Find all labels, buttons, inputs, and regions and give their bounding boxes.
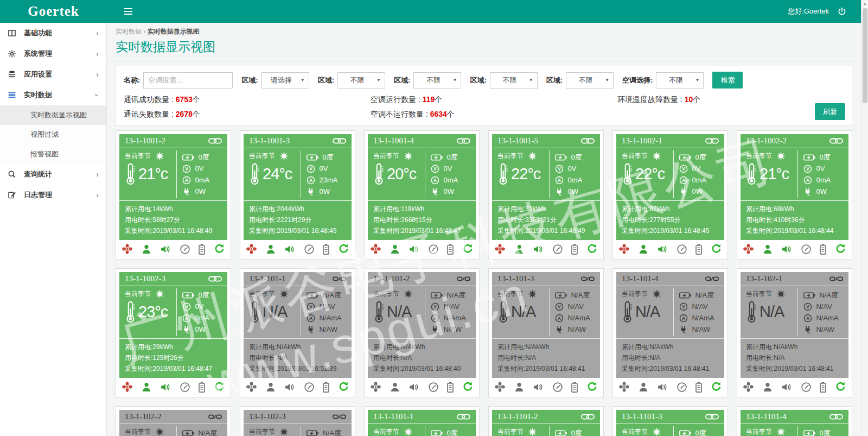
device-card[interactable]: 13-1-1101-1 当前季节 xyxy=(364,406,480,436)
link-broken-icon[interactable] xyxy=(333,413,346,420)
sidebar-item-system-management[interactable]: 系统管理 › xyxy=(0,43,106,64)
gauge-icon[interactable] xyxy=(676,244,687,255)
sidebar-item-log-management[interactable]: 日志管理 › xyxy=(0,185,106,205)
region-select-2[interactable]: 不限▼ xyxy=(337,72,385,89)
fan-icon[interactable] xyxy=(370,381,381,393)
refresh-icon[interactable] xyxy=(214,243,225,255)
link-broken-icon[interactable] xyxy=(829,275,843,282)
link-connected-icon[interactable] xyxy=(581,413,595,420)
person-icon[interactable] xyxy=(638,382,649,393)
person-icon[interactable] xyxy=(514,244,525,255)
sidebar-item-realtime-data[interactable]: 实时数据 › xyxy=(0,85,106,105)
device-card[interactable]: 13-1-1001-3 当前季节 xyxy=(240,130,355,260)
gauge-icon[interactable] xyxy=(552,382,563,393)
speaker-icon[interactable] xyxy=(656,382,668,393)
fan-icon[interactable] xyxy=(370,243,381,255)
person-icon[interactable] xyxy=(390,244,400,255)
refresh-icon[interactable] xyxy=(462,243,474,255)
submenu-item-alarm-view[interactable]: 报警视图 xyxy=(0,144,106,164)
link-connected-icon[interactable] xyxy=(581,137,595,144)
gauge-icon[interactable] xyxy=(304,244,315,255)
aircon-search-input[interactable] xyxy=(143,72,233,89)
link-connected-icon[interactable] xyxy=(333,137,346,144)
battery-icon[interactable] xyxy=(571,244,578,255)
link-connected-icon[interactable] xyxy=(829,137,843,144)
breadcrumb-parent[interactable]: 实时数据 xyxy=(116,28,142,35)
battery-icon[interactable] xyxy=(198,244,206,255)
gauge-icon[interactable] xyxy=(428,244,439,255)
region-select-1[interactable]: 请选择▼ xyxy=(261,72,309,89)
person-icon[interactable] xyxy=(141,244,152,255)
gauge-icon[interactable] xyxy=(428,382,439,393)
person-icon[interactable] xyxy=(265,382,276,393)
person-icon[interactable] xyxy=(762,244,773,255)
gauge-icon[interactable] xyxy=(180,244,190,255)
submenu-item-view-filter[interactable]: 视图过滤 xyxy=(0,125,106,144)
speaker-icon[interactable] xyxy=(532,382,544,393)
device-card[interactable]: 13-1-101-1 当前季节 xyxy=(240,268,355,397)
submenu-item-realtime-view[interactable]: 实时数据显示视图 xyxy=(0,105,106,125)
device-card[interactable]: 13-1-102-2 当前季节 xyxy=(116,406,231,436)
link-connected-icon[interactable] xyxy=(705,137,719,144)
gauge-icon[interactable] xyxy=(180,382,190,393)
device-card[interactable]: 13-1-101-3 当前季节 xyxy=(488,268,604,397)
speaker-icon[interactable] xyxy=(532,244,544,255)
person-icon[interactable] xyxy=(762,382,773,393)
refresh-icon[interactable] xyxy=(586,243,598,255)
link-broken-icon[interactable] xyxy=(208,413,222,420)
refresh-icon[interactable] xyxy=(711,381,722,393)
refresh-button[interactable]: 刷新 xyxy=(815,103,845,120)
device-card[interactable]: 13-1-1001-5 当前季节 xyxy=(488,130,604,260)
speaker-icon[interactable] xyxy=(284,244,296,255)
battery-icon[interactable] xyxy=(446,382,454,393)
battery-icon[interactable] xyxy=(322,382,330,393)
gauge-icon[interactable] xyxy=(304,382,315,393)
battery-icon[interactable] xyxy=(446,244,454,255)
speaker-icon[interactable] xyxy=(656,244,668,255)
refresh-icon[interactable] xyxy=(338,243,349,255)
link-connected-icon[interactable] xyxy=(457,137,470,144)
link-broken-icon[interactable] xyxy=(581,275,595,282)
fan-icon[interactable] xyxy=(743,381,754,393)
battery-icon[interactable] xyxy=(695,244,703,255)
link-connected-icon[interactable] xyxy=(457,413,470,420)
person-icon[interactable] xyxy=(141,382,152,393)
device-card[interactable]: 13-1-101-2 当前季节 xyxy=(364,268,480,397)
fan-icon[interactable] xyxy=(743,243,754,255)
hamburger-menu-icon[interactable] xyxy=(124,7,132,16)
fan-icon[interactable] xyxy=(618,381,630,393)
device-card[interactable]: 13-1-102-3 当前季节 xyxy=(240,406,355,436)
sidebar-item-basic-functions[interactable]: 基础功能 › xyxy=(0,23,106,43)
speaker-icon[interactable] xyxy=(159,382,171,393)
scroll-up-arrow[interactable]: ▲ xyxy=(861,0,868,8)
person-icon[interactable] xyxy=(265,244,276,255)
refresh-icon[interactable] xyxy=(338,381,349,393)
battery-icon[interactable] xyxy=(198,382,206,393)
region-select-4[interactable]: 不限▼ xyxy=(490,72,538,89)
link-broken-icon[interactable] xyxy=(333,275,346,282)
device-card[interactable]: 13-1-1002-1 当前季节 xyxy=(612,130,728,260)
battery-icon[interactable] xyxy=(322,244,330,255)
refresh-icon[interactable] xyxy=(711,243,722,255)
device-card[interactable]: 13-1-1101-2 当前季节 xyxy=(488,406,604,436)
person-icon[interactable] xyxy=(514,382,525,393)
sidebar-item-query-statistics[interactable]: 查询统计 › xyxy=(0,164,106,185)
refresh-icon[interactable] xyxy=(835,243,846,255)
battery-icon[interactable] xyxy=(819,382,827,393)
speaker-icon[interactable] xyxy=(781,382,793,393)
speaker-icon[interactable] xyxy=(408,382,420,393)
speaker-icon[interactable] xyxy=(284,382,296,393)
link-broken-icon[interactable] xyxy=(705,275,719,282)
device-card[interactable]: 13-1-1001-4 当前季节 xyxy=(364,130,480,260)
fan-icon[interactable] xyxy=(494,381,506,393)
link-connected-icon[interactable] xyxy=(829,413,843,420)
fan-icon[interactable] xyxy=(246,243,257,255)
fan-icon[interactable] xyxy=(122,381,133,393)
link-broken-icon[interactable] xyxy=(457,275,470,282)
battery-icon[interactable] xyxy=(695,382,703,393)
battery-icon[interactable] xyxy=(819,244,827,255)
gauge-icon[interactable] xyxy=(801,244,812,255)
power-icon[interactable] xyxy=(838,7,846,16)
refresh-icon[interactable] xyxy=(214,381,225,393)
fan-icon[interactable] xyxy=(494,243,506,255)
